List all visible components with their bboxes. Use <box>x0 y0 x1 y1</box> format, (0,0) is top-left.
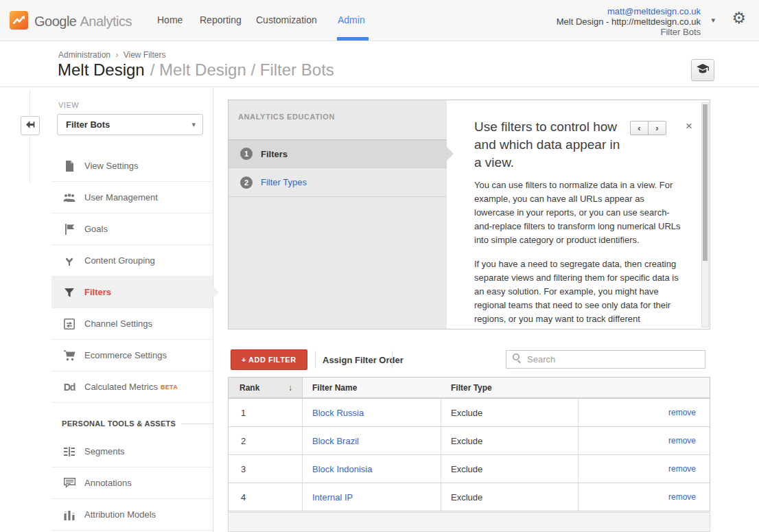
calculated-metrics-dd-icon: Dd <box>62 382 77 393</box>
remove-link[interactable]: remove <box>668 408 696 417</box>
sidebar-item-content-grouping[interactable]: Content Grouping <box>51 245 213 277</box>
column-header-rank[interactable]: Rank ↓ <box>229 378 303 397</box>
nav-admin[interactable]: Admin <box>338 14 365 25</box>
account-info: matt@meltdesign.co.uk Melt Design - http… <box>557 6 701 37</box>
back-button[interactable] <box>21 116 40 135</box>
google-analytics-logo[interactable]: Google Analytics <box>10 11 132 32</box>
table-header-row: Rank ↓ Filter Name Filter Type <box>229 378 710 398</box>
filter-name-link[interactable]: Internal IP <box>312 492 353 502</box>
carousel-prev-button[interactable]: ‹ <box>630 121 649 135</box>
sidebar-item-label: Filters <box>84 287 111 297</box>
column-header-filter-type: Filter Type <box>441 378 579 397</box>
close-icon[interactable]: × <box>686 119 692 133</box>
scrollbar-track[interactable] <box>701 102 709 327</box>
column-header-filter-name: Filter Name <box>303 378 441 397</box>
remove-link[interactable]: remove <box>668 436 696 446</box>
filter-type-cell: Exclude <box>441 455 579 483</box>
filter-name-cell: Block Indonisia <box>303 455 441 483</box>
education-content-panel: Use filters to control how and which dat… <box>447 100 710 329</box>
sidebar-item-label: Attribution Models <box>84 509 156 520</box>
filter-name-link[interactable]: Block Brazil <box>312 436 359 446</box>
sort-descending-icon: ↓ <box>288 383 292 393</box>
education-heading: Use filters to control how and which dat… <box>474 118 654 172</box>
toolbar-divider <box>315 351 316 369</box>
sidebar-item-attribution-models[interactable]: Attribution Models <box>51 499 213 531</box>
sidebar-menu: View Settings User Management Goals Cont… <box>51 150 213 403</box>
flag-icon <box>62 223 77 235</box>
rank-cell: 3 <box>229 455 303 483</box>
sidebar-item-filters[interactable]: Filters <box>51 277 213 308</box>
table-row: 4 Internal IP Exclude remove <box>229 483 710 511</box>
remove-link[interactable]: remove <box>668 492 696 502</box>
breadcrumb-administration[interactable]: Administration <box>58 50 110 60</box>
scrollbar-thumb[interactable] <box>703 104 708 261</box>
education-steps-panel: ANALYTICS EDUCATION 1 Filters 2 Filter T… <box>229 100 447 329</box>
account-email-link[interactable]: matt@meltdesign.co.uk <box>557 6 701 16</box>
sidebar-item-goals[interactable]: Goals <box>51 213 213 245</box>
personal-tools-section-header: PERSONAL TOOLS & ASSETS <box>62 419 213 428</box>
education-body-text: You can use filters to normalize data in… <box>474 178 684 329</box>
sidebar-item-ecommerce-settings[interactable]: Ecommerce Settings <box>51 340 213 371</box>
table-row: 1 Block Russia Exclude remove <box>229 398 710 426</box>
education-toggle-button[interactable] <box>691 59 714 81</box>
document-icon <box>62 160 77 172</box>
education-step-filter-types[interactable]: 2 Filter Types <box>229 168 447 197</box>
action-cell: remove <box>579 399 710 426</box>
sidebar-item-calculated-metrics[interactable]: Dd Calculated Metrics BETA <box>51 371 213 403</box>
sidebar-item-annotations[interactable]: Annotations <box>51 467 213 499</box>
education-carousel-controls: ‹ › <box>630 121 666 135</box>
sidebar-item-label: Goals <box>84 224 108 234</box>
step-label: Filters <box>261 149 288 159</box>
sidebar-item-label: Segments <box>84 446 125 456</box>
segments-icon <box>62 446 77 457</box>
action-cell: remove <box>579 455 710 483</box>
users-icon <box>62 193 77 203</box>
filter-search-box <box>506 350 705 369</box>
nav-home[interactable]: Home <box>157 14 183 25</box>
account-dropdown-caret-icon[interactable]: ▾ <box>711 16 715 25</box>
filter-name-link[interactable]: Block Indonisia <box>312 464 372 474</box>
sidebar-item-label: User Management <box>84 192 158 203</box>
action-cell: remove <box>579 483 710 511</box>
breadcrumb-separator: › <box>115 50 118 60</box>
sidebar-item-label: Channel Settings <box>84 319 152 329</box>
sidebar-item-view-settings[interactable]: View Settings <box>51 150 213 182</box>
filters-table: Rank ↓ Filter Name Filter Type 1 Block R… <box>228 377 710 511</box>
column-header-actions <box>579 378 710 397</box>
shopping-cart-icon <box>62 349 77 362</box>
filter-type-cell: Exclude <box>441 399 579 426</box>
sidebar-item-channel-settings[interactable]: Channel Settings <box>51 308 213 340</box>
filter-funnel-icon <box>62 286 77 299</box>
section-header-label: PERSONAL TOOLS & ASSETS <box>62 419 176 428</box>
google-analytics-admin-screen: Google Analytics Home Reporting Customiz… <box>0 0 759 532</box>
sidebar-personal-menu: Segments Annotations Attribution Models <box>51 436 213 531</box>
table-row: 3 Block Indonisia Exclude remove <box>229 454 710 483</box>
content-grouping-icon <box>62 255 77 267</box>
search-input[interactable] <box>527 354 692 365</box>
sidebar-item-user-management[interactable]: User Management <box>51 182 213 213</box>
sidebar-item-segments[interactable]: Segments <box>51 436 213 467</box>
filter-type-cell: Exclude <box>441 427 579 454</box>
action-cell: remove <box>579 427 710 454</box>
channel-settings-icon <box>62 318 77 330</box>
education-panel-title: ANALYTICS EDUCATION <box>238 113 335 121</box>
education-step-filters[interactable]: 1 Filters <box>229 139 447 168</box>
settings-gear-icon[interactable]: ⚙ <box>732 9 746 27</box>
filter-name-link[interactable]: Block Russia <box>312 408 364 418</box>
nav-reporting[interactable]: Reporting <box>200 14 242 25</box>
back-arrow-icon <box>25 119 36 132</box>
nav-customization[interactable]: Customization <box>256 14 317 25</box>
toolbar-divider <box>392 351 393 369</box>
bar-chart-icon <box>62 509 77 520</box>
filter-name-cell: Internal IP <box>303 483 441 511</box>
column-header-label: Rank <box>240 383 259 393</box>
active-tab-underline <box>337 37 369 41</box>
add-filter-button[interactable]: + ADD FILTER <box>231 349 307 370</box>
remove-link[interactable]: remove <box>668 464 696 474</box>
chevron-right-icon: › <box>655 123 658 133</box>
analytics-education-panel: ANALYTICS EDUCATION 1 Filters 2 Filter T… <box>228 100 710 329</box>
account-property: Melt Design - http://meltdesign.co.uk <box>557 16 701 27</box>
carousel-next-button[interactable]: › <box>648 121 666 135</box>
view-selector-dropdown[interactable]: Filter Bots ▾ <box>57 114 203 135</box>
section-header-rule <box>181 424 213 424</box>
